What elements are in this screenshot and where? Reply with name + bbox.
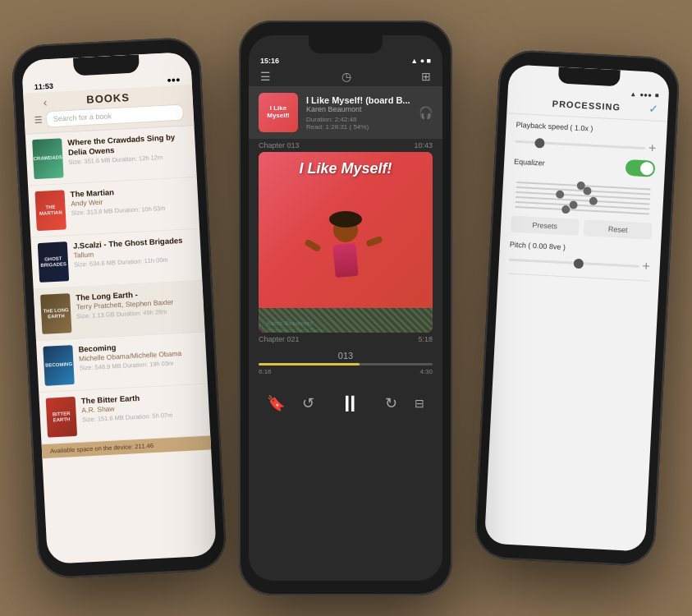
right-signal: ●●● bbox=[639, 91, 652, 99]
menu-icon[interactable]: ☰ bbox=[34, 114, 44, 126]
pitch-plus[interactable]: + bbox=[642, 259, 650, 274]
center-status-icons: ▲ ● ■ bbox=[410, 57, 431, 65]
book-cover-1: CRAWDADS bbox=[32, 138, 63, 179]
right-battery: ■ bbox=[655, 92, 659, 99]
playback-controls: 🔖 ↺ ⏸ ↻ ⊟ bbox=[249, 379, 442, 428]
chapter-bottom-header: Chapter 021 5:18 bbox=[249, 333, 442, 346]
chapter-num: 013 bbox=[259, 351, 433, 361]
book-cover-6: BITTER EARTH bbox=[46, 397, 77, 438]
clock-icon[interactable]: ◷ bbox=[341, 70, 351, 83]
processing-section: Playback speed ( 1.0x ) + Equalizer bbox=[503, 113, 667, 189]
center-phone: 15:16 ▲ ● ■ ☰ ◷ ⊞ I Like Myself! I Like … bbox=[239, 21, 452, 595]
album-art-inner: I Like Myself! Karen Beaumo bbox=[259, 152, 433, 333]
presets-button[interactable]: Presets bbox=[511, 216, 580, 236]
eq-dot-2 bbox=[583, 186, 592, 195]
equalizer-row: Equalizer bbox=[514, 154, 656, 177]
center-screen: 15:16 ▲ ● ■ ☰ ◷ ⊞ I Like Myself! I Like … bbox=[249, 35, 442, 581]
book-item[interactable]: BITTER EARTH The Bitter Earth A.R. Shaw … bbox=[39, 384, 210, 444]
eq-dot-3 bbox=[556, 190, 565, 199]
now-playing-author: Karen Beaumont bbox=[306, 105, 410, 113]
center-time: 15:16 bbox=[260, 57, 279, 65]
playback-speed-label: Playback speed ( 1.0x ) bbox=[516, 121, 593, 133]
chapter-top-label: Chapter 013 bbox=[259, 141, 300, 149]
playback-thumb[interactable] bbox=[534, 138, 545, 149]
book-item[interactable]: GHOST BRIGADES J.Scalzi - The Ghost Brig… bbox=[30, 229, 202, 290]
book-cover-4: THE LONG EARTH bbox=[40, 293, 71, 334]
chapter-header: Chapter 013 10:43 bbox=[249, 139, 442, 152]
pitch-slider[interactable] bbox=[509, 258, 639, 267]
progress-current: 6:16 bbox=[259, 368, 272, 375]
center-top-bar: ☰ ◷ ⊞ bbox=[249, 67, 442, 86]
book-item[interactable]: CRAWDADS Where the Crawdads Sing by Deli… bbox=[25, 126, 197, 186]
eq-toggle-dot bbox=[640, 162, 654, 176]
headphones-icon[interactable]: 🎧 bbox=[419, 106, 433, 119]
progress-times: 6:16 4:30 bbox=[259, 368, 433, 375]
book-info-5: Becoming Michelle Obama/Michelle Obama S… bbox=[78, 338, 200, 372]
book-info-3: J.Scalzi - The Ghost Brigades Tallum Siz… bbox=[73, 235, 195, 269]
book-cover-5: BECOMING bbox=[43, 345, 74, 386]
right-phone: ▲ ●●● ■ ✓ PROCESSING ✓ Playback speed ( … bbox=[474, 49, 681, 568]
now-playing-info: I Like Myself! (board B... Karen Beaumon… bbox=[306, 95, 410, 131]
search-placeholder: Search for a book bbox=[53, 112, 112, 123]
eq-dot-5 bbox=[569, 200, 578, 209]
left-screen: 11:53 ●●● ‹ BOOKS ☰ Search for a book CR… bbox=[21, 52, 217, 564]
book-info-2: The Martian Andy Weir Size: 313.8 MB Dur… bbox=[70, 183, 192, 217]
now-playing-title: I Like Myself! (board B... bbox=[306, 95, 410, 105]
book-cover-3: GHOST BRIGADES bbox=[38, 241, 69, 283]
hamburger-icon[interactable]: ☰ bbox=[260, 70, 271, 83]
playback-slider-container: + bbox=[515, 134, 657, 156]
rewind-button[interactable]: ↺ bbox=[302, 394, 314, 412]
forward-button[interactable]: ↻ bbox=[385, 394, 397, 412]
bookmark-grid-icon[interactable]: ⊞ bbox=[421, 70, 431, 83]
left-battery: ●●● bbox=[167, 76, 181, 85]
playback-plus[interactable]: + bbox=[648, 140, 656, 155]
eq-dot-4 bbox=[589, 197, 598, 206]
now-playing-duration: Duration: 2:42:48 bbox=[306, 116, 410, 123]
progress-area: 013 6:16 4:30 bbox=[249, 346, 442, 379]
equalizer-button[interactable]: ⊟ bbox=[415, 397, 424, 410]
right-screen: ▲ ●●● ■ ✓ PROCESSING ✓ Playback speed ( … bbox=[484, 64, 670, 551]
book-info-6: The Bitter Earth A.R. Shaw Size: 151.6 M… bbox=[81, 390, 204, 424]
left-notch bbox=[73, 54, 140, 76]
chapter-top-time: 10:43 bbox=[414, 141, 433, 149]
right-notch bbox=[558, 67, 621, 86]
pause-button[interactable]: ⏸ bbox=[332, 385, 368, 421]
now-playing-section: I Like Myself! I Like Myself! (board B..… bbox=[249, 86, 442, 139]
chapter-bottom-time: 5:18 bbox=[418, 335, 433, 343]
book-list: CRAWDADS Where the Crawdads Sing by Deli… bbox=[25, 126, 211, 444]
progress-bar-bg[interactable] bbox=[259, 363, 433, 365]
reset-button[interactable]: Reset bbox=[584, 219, 653, 239]
books-title: BOOKS bbox=[86, 91, 130, 106]
progress-total: 4:30 bbox=[419, 368, 433, 375]
eq-toggle[interactable] bbox=[626, 159, 656, 177]
album-title: I Like Myself! bbox=[268, 160, 424, 178]
now-playing-read: Read: 1:28:31 ( 54%) bbox=[306, 123, 410, 131]
playback-speed-row: Playback speed ( 1.0x ) bbox=[516, 121, 657, 136]
right-wifi: ▲ bbox=[630, 90, 636, 98]
equalizer-label: Equalizer bbox=[514, 158, 545, 168]
book-item[interactable]: THE LONG EARTH The Long Earth - Terry Pr… bbox=[34, 281, 205, 342]
search-bar[interactable]: Search for a book bbox=[45, 104, 184, 128]
left-phone: 11:53 ●●● ‹ BOOKS ☰ Search for a book CR… bbox=[11, 36, 227, 579]
left-time: 11:53 bbox=[34, 82, 54, 91]
book-item[interactable]: BECOMING Becoming Michelle Obama/Michell… bbox=[36, 333, 208, 393]
chapter-bottom-label: Chapter 021 bbox=[259, 335, 300, 343]
pitch-thumb[interactable] bbox=[574, 258, 584, 269]
book-cover-2: THE MARTIAN bbox=[34, 190, 66, 231]
processing-title: PROCESSING bbox=[525, 97, 648, 113]
album-art: I Like Myself! Karen Beaumo bbox=[259, 152, 433, 333]
bookmark-button[interactable]: 🔖 bbox=[267, 394, 285, 412]
playback-slider[interactable] bbox=[515, 140, 645, 149]
progress-bar-fill bbox=[259, 363, 360, 365]
now-playing-thumb: I Like Myself! bbox=[259, 93, 298, 132]
book-item[interactable]: THE MARTIAN The Martian Andy Weir Size: … bbox=[28, 177, 199, 238]
back-button[interactable]: ‹ bbox=[43, 95, 48, 108]
confirm-button[interactable]: ✓ bbox=[648, 102, 658, 116]
book-info-1: Where the Crawdads Sing by Delia Owens S… bbox=[67, 131, 190, 165]
eq-dot-6 bbox=[561, 205, 571, 214]
center-notch bbox=[309, 35, 383, 53]
book-info-4: The Long Earth - Terry Pratchett, Stephe… bbox=[76, 287, 198, 320]
pitch-slider-row: + bbox=[509, 252, 651, 274]
